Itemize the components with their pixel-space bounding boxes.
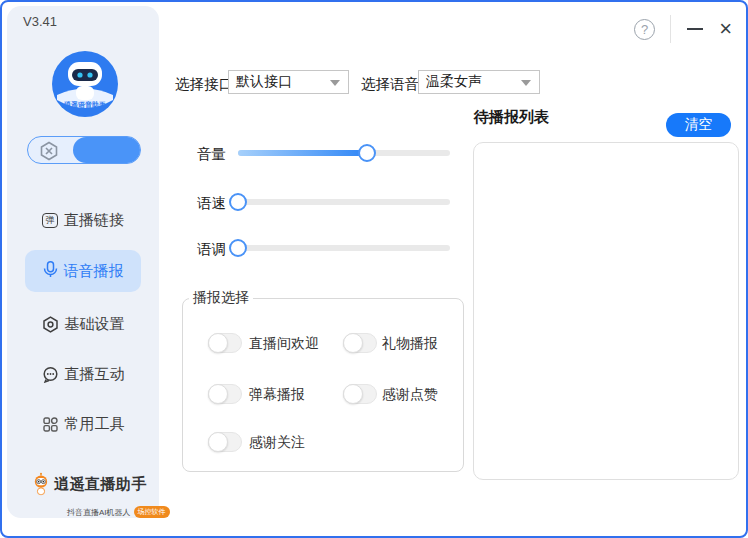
- sidebar-item-common-tools[interactable]: 常用工具: [7, 410, 159, 438]
- brand-subtitle: 抖音直播AI机器人: [67, 507, 131, 518]
- sidebar-item-label: 基础设置: [65, 315, 125, 334]
- minimize-button[interactable]: [686, 16, 704, 42]
- toggle-thank-likes[interactable]: [343, 384, 377, 404]
- toggle-knob: [73, 137, 140, 163]
- speed-slider[interactable]: [238, 199, 450, 205]
- toggle-gift-broadcast[interactable]: [343, 333, 377, 353]
- sidebar-item-label: 常用工具: [65, 415, 125, 434]
- sidebar-item-label: 语音播报: [64, 262, 124, 281]
- toggle-knob: [343, 384, 363, 404]
- sidebar-item-voice-broadcast[interactable]: 语音播报: [25, 250, 141, 292]
- chevron-down-icon: [521, 80, 531, 86]
- brand-badge: 场控软件: [134, 506, 170, 518]
- toggle-label: 感谢点赞: [382, 386, 438, 404]
- sidebar-item-basic-settings[interactable]: 基础设置: [7, 310, 159, 338]
- chevron-down-icon: [330, 80, 340, 86]
- settings-hex-icon: [42, 316, 59, 333]
- toggle-label: 直播间欢迎: [249, 335, 319, 353]
- voice-select-label: 选择语音:: [361, 75, 423, 94]
- pitch-label: 语调: [197, 240, 226, 259]
- chat-bubble-icon: [42, 366, 59, 383]
- toggle-thank-follow[interactable]: [208, 432, 242, 452]
- interface-select[interactable]: 默认接口: [228, 70, 349, 94]
- version-label: V3.41: [23, 14, 57, 29]
- controls-divider: [670, 15, 671, 43]
- svg-text:逍遥语音助手: 逍遥语音助手: [63, 100, 106, 109]
- toggle-label: 弹幕播报: [249, 386, 305, 404]
- robot-avatar-icon: 逍遥语音助手: [51, 50, 119, 118]
- window-controls: ? ×: [634, 15, 732, 43]
- toggle-knob: [343, 333, 363, 353]
- toggle-label: 感谢关注: [249, 434, 305, 452]
- minimize-icon: [687, 28, 703, 30]
- help-icon[interactable]: ?: [634, 19, 655, 40]
- volume-slider-thumb[interactable]: [358, 144, 376, 162]
- volume-label: 音量: [197, 145, 226, 164]
- voice-select-value: 温柔女声: [426, 73, 482, 91]
- sidebar-item-live-link[interactable]: 弹 直播链接: [7, 206, 159, 234]
- brand-logo: 逍遥直播助手 抖音直播AI机器人 场控软件: [31, 464, 147, 518]
- toggle-label: 礼物播报: [382, 335, 438, 353]
- app-window: V3.41 逍遥语音助手 弹: [0, 0, 748, 538]
- voice-power-toggle[interactable]: [27, 136, 141, 164]
- toggle-knob: [208, 333, 228, 353]
- speed-label: 语速: [197, 194, 226, 213]
- speed-slider-thumb[interactable]: [229, 193, 247, 211]
- volume-slider[interactable]: [238, 150, 450, 156]
- volume-slider-fill: [238, 150, 367, 156]
- toggle-room-welcome[interactable]: [208, 333, 242, 353]
- sidebar-item-live-interaction[interactable]: 直播互动: [7, 360, 159, 388]
- orange-robot-mascot-icon: [31, 464, 51, 504]
- pending-list-box[interactable]: [473, 142, 739, 480]
- pitch-slider[interactable]: [238, 245, 450, 251]
- sidebar-item-label: 直播链接: [64, 211, 124, 230]
- sidebar: V3.41 逍遥语音助手 弹: [7, 6, 159, 518]
- interface-select-value: 默认接口: [236, 73, 292, 91]
- sidebar-item-label: 直播互动: [65, 365, 125, 384]
- avatar: 逍遥语音助手: [51, 50, 119, 118]
- toggle-knob: [208, 432, 228, 452]
- microphone-icon: [43, 261, 58, 281]
- brand-title: 逍遥直播助手: [54, 475, 147, 494]
- close-button[interactable]: ×: [719, 18, 732, 40]
- pitch-slider-thumb[interactable]: [229, 239, 247, 257]
- hexagon-x-icon: [39, 141, 59, 161]
- toggle-danmaku-broadcast[interactable]: [208, 384, 242, 404]
- danmaku-bubble-icon: 弹: [42, 213, 58, 228]
- broadcast-group-title: 播报选择: [189, 289, 253, 307]
- broadcast-selection-group: 播报选择 直播间欢迎 礼物播报 弹幕播报 感谢点赞 感谢关注: [182, 298, 464, 472]
- voice-select[interactable]: 温柔女声: [418, 70, 540, 94]
- grid-tools-icon: [42, 416, 59, 433]
- toggle-knob: [208, 384, 228, 404]
- clear-button[interactable]: 清空: [666, 113, 731, 137]
- pending-list-title: 待播报列表: [474, 108, 549, 127]
